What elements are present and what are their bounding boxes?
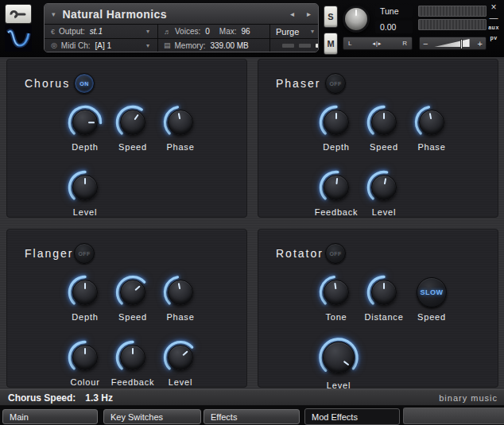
knob-control[interactable] — [366, 169, 402, 206]
knob-control[interactable] — [317, 336, 360, 379]
purge-bar — [316, 44, 319, 48]
knob-control[interactable] — [366, 274, 402, 311]
edit-wrench-button[interactable] — [5, 4, 32, 24]
status-bar: Chorus Speed: 1.3 Hz binary music — [0, 389, 504, 406]
knob-chorus-depth[interactable]: Depth — [61, 104, 109, 152]
purge-bar — [282, 44, 294, 48]
voices-readout: ♬ Voices: 0 Max: 96 — [157, 25, 269, 38]
purge-menu[interactable]: Purge ▾ — [269, 25, 319, 38]
pan-left-label: L — [343, 40, 356, 47]
knob-rotator-level[interactable]: Level — [315, 336, 362, 390]
volume-handle[interactable] — [460, 39, 463, 49]
performance-view: Chorus ON DepthSpeedPhaseLevel Phaser OF… — [0, 57, 504, 389]
volume-plus-icon[interactable]: + — [475, 39, 486, 48]
knob-phaser-depth[interactable]: Depth — [312, 104, 360, 152]
instrument-artwork-icon — [5, 25, 32, 52]
output-select[interactable]: € Output: st.1 ▾ — [45, 25, 157, 38]
tab-main[interactable]: Main — [2, 409, 98, 424]
panel-rotator: Rotator OFF ToneDistanceSLOWSpeedLevel — [258, 229, 498, 388]
switch-state-label: SLOW — [421, 288, 444, 296]
close-button[interactable]: × — [486, 2, 502, 13]
pan-slider[interactable]: L ◂|▸ R — [343, 37, 413, 50]
midi-icon: ◎ — [51, 41, 57, 49]
knob-flanger-feedback[interactable]: Feedback — [109, 339, 157, 387]
knob-area-rotator: ToneDistanceSLOWSpeedLevel — [258, 230, 498, 387]
tab-bar-blank-strip — [403, 408, 504, 424]
volume-slider[interactable]: − + — [419, 37, 487, 50]
title-dropdown-caret-icon[interactable]: ▾ — [52, 10, 56, 18]
knob-control[interactable] — [67, 104, 103, 141]
tune-label: Tune — [380, 6, 399, 16]
knob-control[interactable] — [114, 339, 151, 376]
knob-label: Tone — [325, 312, 347, 322]
volume-minus-icon[interactable]: − — [420, 39, 431, 48]
knob-rotator-distance[interactable]: Distance — [360, 274, 408, 322]
knob-label: Feedback — [315, 207, 359, 217]
knob-flanger-phase[interactable]: Phase — [157, 274, 204, 322]
knob-phaser-feedback[interactable]: Feedback — [312, 169, 360, 217]
knob-control[interactable] — [318, 104, 355, 141]
aux-button[interactable]: aux — [486, 25, 502, 30]
knob-phaser-level[interactable]: Level — [360, 169, 408, 217]
level-meter-right — [418, 19, 487, 30]
instrument-title-row[interactable]: ▾ Natural Harmonics ◂ ▸ — [45, 4, 318, 25]
knob-flanger-level[interactable]: Level — [157, 339, 204, 387]
tune-value-box[interactable]: 0.00 — [375, 21, 413, 33]
wrench-icon — [10, 9, 27, 20]
next-instrument-arrow-icon[interactable]: ▸ — [307, 10, 311, 18]
knob-label: Distance — [364, 312, 403, 322]
panel-phaser: Phaser OFF DepthSpeedPhaseFeedbackLevel — [258, 59, 498, 218]
knob-control[interactable] — [114, 104, 151, 141]
knob-control[interactable] — [366, 104, 402, 141]
knob-control[interactable] — [67, 339, 103, 376]
pv-button[interactable]: pv — [486, 35, 502, 41]
rotator-speed-toggle-button[interactable]: SLOW — [417, 277, 447, 307]
knob-chorus-level[interactable]: Level — [61, 169, 109, 217]
pan-right-label: R — [397, 40, 412, 47]
panel-flanger: Flanger OFF DepthSpeedPhaseColourFeedbac… — [6, 229, 247, 388]
mute-button[interactable]: M — [324, 33, 338, 55]
minimize-button[interactable]: — — [486, 13, 502, 22]
tab-mod-effects[interactable]: Mod Effects — [304, 408, 400, 425]
output-label: Output: — [59, 27, 85, 36]
tab-key-switches[interactable]: Key Switches — [103, 409, 201, 424]
voices-icon: ♬ — [164, 28, 171, 36]
instrument-thumbnail[interactable] — [5, 25, 32, 52]
knob-control[interactable] — [318, 169, 355, 206]
knob-label: Level — [169, 377, 192, 387]
knob-control[interactable] — [67, 274, 103, 311]
knob-flanger-colour[interactable]: Colour — [61, 339, 109, 387]
voices-label: Voices: — [175, 27, 200, 36]
knob-control[interactable] — [318, 274, 355, 311]
volume-track[interactable] — [431, 37, 474, 49]
knob-chorus-phase[interactable]: Phase — [157, 104, 204, 152]
knob-phaser-phase[interactable]: Phase — [408, 104, 456, 152]
prev-instrument-arrow-icon[interactable]: ◂ — [290, 10, 294, 18]
knob-area-chorus: DepthSpeedPhaseLevel — [7, 60, 246, 217]
solo-button[interactable]: S — [324, 6, 338, 28]
knob-flanger-speed[interactable]: Speed — [109, 274, 157, 322]
tab-label: Mod Effects — [312, 412, 358, 422]
tune-label-box: Tune — [375, 5, 413, 17]
knob-flanger-depth[interactable]: Depth — [61, 274, 109, 322]
tune-knob-pointer — [355, 10, 357, 16]
tab-effects[interactable]: Effects — [204, 409, 300, 424]
switch-rotator-speed[interactable]: SLOWSpeed — [408, 274, 456, 322]
tune-knob[interactable] — [343, 6, 370, 33]
knob-phaser-speed[interactable]: Speed — [360, 104, 408, 152]
tab-label: Main — [10, 412, 29, 422]
knob-chorus-speed[interactable]: Speed — [109, 104, 157, 152]
knob-rotator-tone[interactable]: Tone — [312, 274, 360, 322]
knob-control[interactable] — [162, 339, 199, 376]
status-param-value: 1.3 Hz — [85, 392, 113, 404]
knob-label: Depth — [323, 142, 349, 152]
knob-control[interactable] — [162, 104, 199, 141]
tune-value: 0.00 — [380, 22, 396, 32]
knob-control[interactable] — [67, 169, 103, 206]
knob-control[interactable] — [162, 274, 199, 311]
midi-channel-select[interactable]: ◎ Midi Ch: [A] 1 ▾ — [45, 38, 157, 52]
tab-label: Effects — [211, 412, 237, 422]
knob-control[interactable] — [114, 274, 151, 311]
panel-chorus: Chorus ON DepthSpeedPhaseLevel — [6, 59, 247, 218]
knob-control[interactable] — [413, 104, 450, 141]
